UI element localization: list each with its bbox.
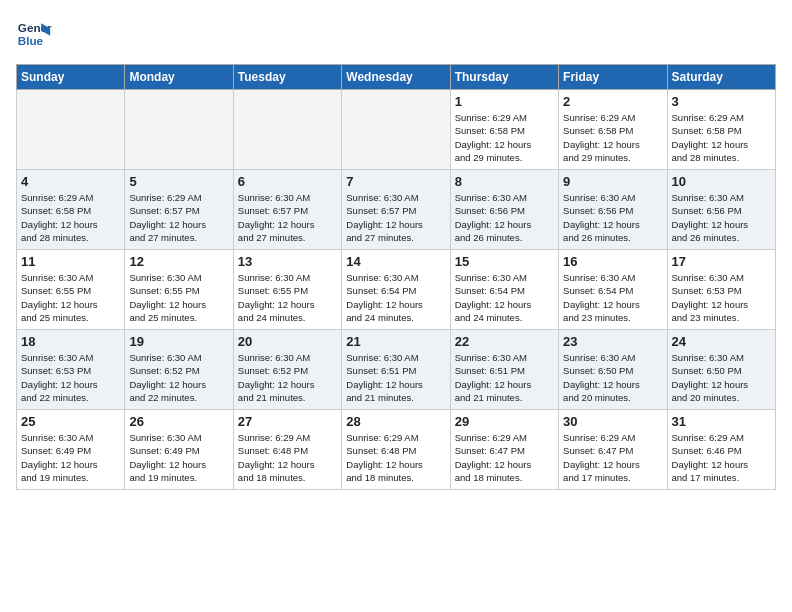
calendar-cell: 9Sunrise: 6:30 AM Sunset: 6:56 PM Daylig… <box>559 170 667 250</box>
calendar-cell: 16Sunrise: 6:30 AM Sunset: 6:54 PM Dayli… <box>559 250 667 330</box>
calendar-cell: 28Sunrise: 6:29 AM Sunset: 6:48 PM Dayli… <box>342 410 450 490</box>
day-info: Sunrise: 6:29 AM Sunset: 6:57 PM Dayligh… <box>129 191 228 244</box>
day-info: Sunrise: 6:30 AM Sunset: 6:52 PM Dayligh… <box>238 351 337 404</box>
day-number: 25 <box>21 414 120 429</box>
calendar-cell: 6Sunrise: 6:30 AM Sunset: 6:57 PM Daylig… <box>233 170 341 250</box>
weekday-header-row: SundayMondayTuesdayWednesdayThursdayFrid… <box>17 65 776 90</box>
day-info: Sunrise: 6:30 AM Sunset: 6:50 PM Dayligh… <box>672 351 771 404</box>
day-number: 21 <box>346 334 445 349</box>
calendar-cell: 22Sunrise: 6:30 AM Sunset: 6:51 PM Dayli… <box>450 330 558 410</box>
calendar-cell: 27Sunrise: 6:29 AM Sunset: 6:48 PM Dayli… <box>233 410 341 490</box>
day-number: 22 <box>455 334 554 349</box>
calendar-cell: 2Sunrise: 6:29 AM Sunset: 6:58 PM Daylig… <box>559 90 667 170</box>
calendar-cell: 7Sunrise: 6:30 AM Sunset: 6:57 PM Daylig… <box>342 170 450 250</box>
calendar-table: SundayMondayTuesdayWednesdayThursdayFrid… <box>16 64 776 490</box>
calendar-cell <box>342 90 450 170</box>
calendar-cell: 12Sunrise: 6:30 AM Sunset: 6:55 PM Dayli… <box>125 250 233 330</box>
day-number: 20 <box>238 334 337 349</box>
day-number: 16 <box>563 254 662 269</box>
day-number: 11 <box>21 254 120 269</box>
day-info: Sunrise: 6:29 AM Sunset: 6:58 PM Dayligh… <box>21 191 120 244</box>
day-number: 1 <box>455 94 554 109</box>
calendar-cell: 8Sunrise: 6:30 AM Sunset: 6:56 PM Daylig… <box>450 170 558 250</box>
calendar-cell <box>233 90 341 170</box>
weekday-header: Saturday <box>667 65 775 90</box>
calendar-cell: 23Sunrise: 6:30 AM Sunset: 6:50 PM Dayli… <box>559 330 667 410</box>
day-info: Sunrise: 6:30 AM Sunset: 6:53 PM Dayligh… <box>672 271 771 324</box>
day-info: Sunrise: 6:30 AM Sunset: 6:51 PM Dayligh… <box>455 351 554 404</box>
calendar-cell: 20Sunrise: 6:30 AM Sunset: 6:52 PM Dayli… <box>233 330 341 410</box>
day-info: Sunrise: 6:30 AM Sunset: 6:56 PM Dayligh… <box>563 191 662 244</box>
day-info: Sunrise: 6:30 AM Sunset: 6:57 PM Dayligh… <box>238 191 337 244</box>
calendar-cell: 21Sunrise: 6:30 AM Sunset: 6:51 PM Dayli… <box>342 330 450 410</box>
day-info: Sunrise: 6:30 AM Sunset: 6:55 PM Dayligh… <box>238 271 337 324</box>
day-number: 2 <box>563 94 662 109</box>
day-number: 31 <box>672 414 771 429</box>
day-number: 26 <box>129 414 228 429</box>
day-info: Sunrise: 6:30 AM Sunset: 6:55 PM Dayligh… <box>21 271 120 324</box>
calendar-cell: 11Sunrise: 6:30 AM Sunset: 6:55 PM Dayli… <box>17 250 125 330</box>
day-number: 13 <box>238 254 337 269</box>
day-number: 19 <box>129 334 228 349</box>
weekday-header: Friday <box>559 65 667 90</box>
svg-text:Blue: Blue <box>18 34 44 47</box>
day-number: 23 <box>563 334 662 349</box>
day-info: Sunrise: 6:30 AM Sunset: 6:49 PM Dayligh… <box>129 431 228 484</box>
day-number: 28 <box>346 414 445 429</box>
calendar-cell <box>125 90 233 170</box>
day-number: 10 <box>672 174 771 189</box>
day-number: 4 <box>21 174 120 189</box>
day-info: Sunrise: 6:29 AM Sunset: 6:58 PM Dayligh… <box>455 111 554 164</box>
day-number: 17 <box>672 254 771 269</box>
day-info: Sunrise: 6:30 AM Sunset: 6:51 PM Dayligh… <box>346 351 445 404</box>
weekday-header: Tuesday <box>233 65 341 90</box>
day-info: Sunrise: 6:30 AM Sunset: 6:52 PM Dayligh… <box>129 351 228 404</box>
weekday-header: Sunday <box>17 65 125 90</box>
calendar-cell: 1Sunrise: 6:29 AM Sunset: 6:58 PM Daylig… <box>450 90 558 170</box>
day-info: Sunrise: 6:30 AM Sunset: 6:55 PM Dayligh… <box>129 271 228 324</box>
calendar-cell: 30Sunrise: 6:29 AM Sunset: 6:47 PM Dayli… <box>559 410 667 490</box>
day-info: Sunrise: 6:29 AM Sunset: 6:58 PM Dayligh… <box>563 111 662 164</box>
day-number: 15 <box>455 254 554 269</box>
day-number: 29 <box>455 414 554 429</box>
day-info: Sunrise: 6:30 AM Sunset: 6:50 PM Dayligh… <box>563 351 662 404</box>
day-info: Sunrise: 6:29 AM Sunset: 6:47 PM Dayligh… <box>563 431 662 484</box>
calendar-cell: 3Sunrise: 6:29 AM Sunset: 6:58 PM Daylig… <box>667 90 775 170</box>
day-info: Sunrise: 6:29 AM Sunset: 6:47 PM Dayligh… <box>455 431 554 484</box>
calendar-cell: 14Sunrise: 6:30 AM Sunset: 6:54 PM Dayli… <box>342 250 450 330</box>
day-info: Sunrise: 6:30 AM Sunset: 6:49 PM Dayligh… <box>21 431 120 484</box>
day-info: Sunrise: 6:30 AM Sunset: 6:54 PM Dayligh… <box>563 271 662 324</box>
calendar-cell: 19Sunrise: 6:30 AM Sunset: 6:52 PM Dayli… <box>125 330 233 410</box>
calendar-cell: 26Sunrise: 6:30 AM Sunset: 6:49 PM Dayli… <box>125 410 233 490</box>
day-info: Sunrise: 6:29 AM Sunset: 6:48 PM Dayligh… <box>238 431 337 484</box>
calendar-cell: 24Sunrise: 6:30 AM Sunset: 6:50 PM Dayli… <box>667 330 775 410</box>
day-number: 6 <box>238 174 337 189</box>
logo: General Blue <box>16 16 56 52</box>
calendar-cell: 29Sunrise: 6:29 AM Sunset: 6:47 PM Dayli… <box>450 410 558 490</box>
calendar-cell: 18Sunrise: 6:30 AM Sunset: 6:53 PM Dayli… <box>17 330 125 410</box>
calendar-cell: 31Sunrise: 6:29 AM Sunset: 6:46 PM Dayli… <box>667 410 775 490</box>
day-info: Sunrise: 6:30 AM Sunset: 6:56 PM Dayligh… <box>672 191 771 244</box>
calendar-cell: 5Sunrise: 6:29 AM Sunset: 6:57 PM Daylig… <box>125 170 233 250</box>
day-info: Sunrise: 6:30 AM Sunset: 6:54 PM Dayligh… <box>346 271 445 324</box>
day-number: 24 <box>672 334 771 349</box>
weekday-header: Thursday <box>450 65 558 90</box>
day-number: 27 <box>238 414 337 429</box>
calendar-week-row: 1Sunrise: 6:29 AM Sunset: 6:58 PM Daylig… <box>17 90 776 170</box>
day-number: 9 <box>563 174 662 189</box>
day-number: 12 <box>129 254 228 269</box>
day-number: 5 <box>129 174 228 189</box>
day-number: 14 <box>346 254 445 269</box>
calendar-cell: 17Sunrise: 6:30 AM Sunset: 6:53 PM Dayli… <box>667 250 775 330</box>
calendar-week-row: 11Sunrise: 6:30 AM Sunset: 6:55 PM Dayli… <box>17 250 776 330</box>
logo-icon: General Blue <box>16 16 52 52</box>
calendar-cell: 10Sunrise: 6:30 AM Sunset: 6:56 PM Dayli… <box>667 170 775 250</box>
calendar-cell: 13Sunrise: 6:30 AM Sunset: 6:55 PM Dayli… <box>233 250 341 330</box>
day-number: 7 <box>346 174 445 189</box>
calendar-cell <box>17 90 125 170</box>
calendar-cell: 25Sunrise: 6:30 AM Sunset: 6:49 PM Dayli… <box>17 410 125 490</box>
day-info: Sunrise: 6:29 AM Sunset: 6:48 PM Dayligh… <box>346 431 445 484</box>
day-number: 8 <box>455 174 554 189</box>
weekday-header: Monday <box>125 65 233 90</box>
calendar-cell: 15Sunrise: 6:30 AM Sunset: 6:54 PM Dayli… <box>450 250 558 330</box>
